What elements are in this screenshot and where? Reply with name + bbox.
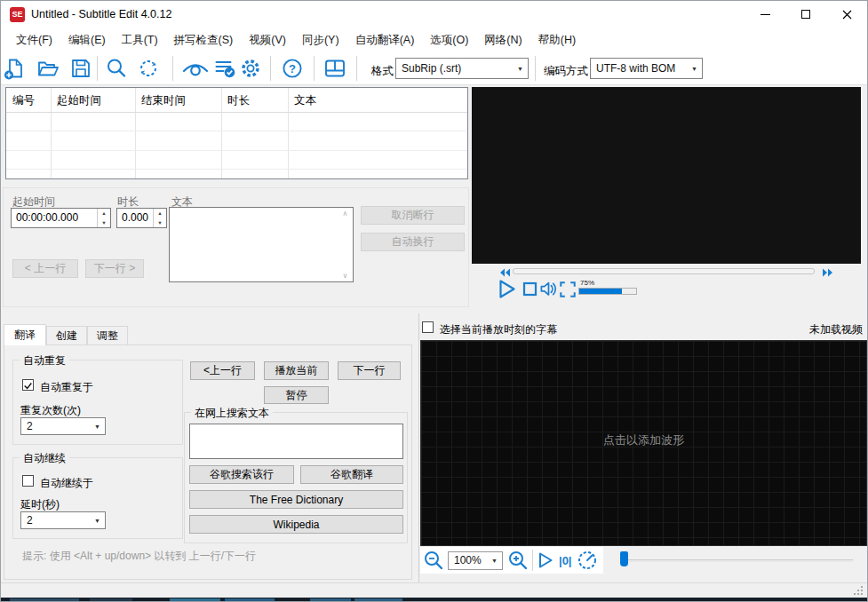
menu-help[interactable]: 帮助(H): [530, 28, 584, 52]
col-text: 文本: [294, 93, 316, 108]
free-dictionary-button[interactable]: The Free Dictionary: [189, 490, 403, 509]
next-line-button[interactable]: 下一行 >: [85, 259, 144, 278]
menu-file[interactable]: 文件(F): [8, 28, 60, 52]
duration-input[interactable]: 0.000 ▲ ▼: [116, 208, 167, 228]
prev-line-button[interactable]: < 上一行: [12, 259, 78, 278]
playback-speed-icon[interactable]: [577, 550, 598, 571]
video-status: 未加载视频: [809, 322, 863, 337]
unbreak-button[interactable]: 取消断行: [361, 206, 465, 225]
window-title: Untitled - Subtitle Edit 4.0.12: [31, 8, 171, 20]
pause-button[interactable]: 暂停: [264, 386, 329, 404]
slider-thumb[interactable]: [620, 551, 628, 566]
menu-spellcheck[interactable]: 拼写检查(S): [166, 28, 242, 52]
settings-gear-icon[interactable]: [239, 57, 262, 80]
toolbar-separator: [535, 56, 536, 81]
close-button[interactable]: [826, 1, 867, 28]
replace-icon[interactable]: [137, 57, 160, 80]
maximize-button[interactable]: [785, 1, 826, 28]
bottom-left-panel: 翻译 创建 调整 自动重复 自动重复于 重复次数(次) 2 ▼ 自动继续 自动继…: [1, 313, 416, 582]
play-current-button[interactable]: 播放当前: [264, 361, 329, 380]
textarea-scrollbar[interactable]: ∧ ∨: [339, 210, 351, 280]
shortcut-hint: 提示: 使用 <Alt + up/down> 以转到 上一行/下一行: [22, 549, 256, 564]
subtitle-text-area[interactable]: ∧ ∨: [169, 207, 354, 282]
minimize-button[interactable]: [745, 1, 785, 28]
find-icon[interactable]: [105, 57, 128, 80]
menu-video[interactable]: 视频(V): [241, 28, 294, 52]
menu-sync[interactable]: 同步(Y): [294, 28, 347, 52]
format-select[interactable]: SubRip (.srt) ▼: [395, 58, 529, 79]
col-number: 编号: [12, 93, 35, 108]
stop-icon[interactable]: [522, 281, 538, 297]
toolbar-separator: [172, 56, 173, 81]
google-translate-button[interactable]: 谷歌翻译: [300, 465, 403, 484]
tab-adjust[interactable]: 调整: [87, 326, 128, 345]
tab-translate[interactable]: 翻译: [4, 324, 46, 345]
spin-up-icon[interactable]: ▲: [98, 209, 110, 218]
zoom-out-icon[interactable]: [423, 550, 444, 571]
chevron-down-icon: ▼: [513, 66, 528, 72]
col-end-time: 结束时间: [141, 93, 186, 108]
repeat-count-select[interactable]: 2 ▼: [20, 417, 106, 435]
scroll-up-icon[interactable]: ∧: [339, 210, 351, 218]
new-file-icon[interactable]: [4, 57, 27, 80]
web-search-input[interactable]: [189, 424, 403, 459]
time-spinner[interactable]: ▲ ▼: [97, 209, 110, 227]
checkmark-icon: [23, 380, 33, 391]
open-file-icon[interactable]: [36, 57, 60, 80]
menu-autotranslate[interactable]: 自动翻译(A): [347, 28, 423, 52]
duration-spinner[interactable]: ▲ ▼: [153, 209, 166, 227]
main-toolbar: ? 格式 SubRip (.srt) ▼ 编码方式 UTF-8 with BOM…: [1, 52, 867, 85]
help-icon[interactable]: ?: [281, 57, 304, 80]
subtitle-list[interactable]: 编号 起始时间 结束时间 时长 文本: [5, 87, 468, 179]
empty-row: [6, 131, 467, 131]
layout-icon[interactable]: [323, 57, 346, 80]
google-search-line-button[interactable]: 谷歌搜索该行: [189, 465, 294, 484]
start-time-input[interactable]: 00:00:00.000 ▲ ▼: [11, 208, 111, 228]
play-icon[interactable]: [497, 279, 517, 299]
tab-create[interactable]: 创建: [46, 326, 87, 345]
auto-continue-checkbox[interactable]: [22, 475, 34, 487]
translate-prev-line-button[interactable]: <上一行: [190, 361, 255, 380]
waveform-panel: 选择当前播放时刻的字幕 未加载视频 点击以添加波形 100% ▼: [418, 313, 868, 582]
delay-label: 延时(秒): [20, 497, 60, 512]
volume-slider[interactable]: 75%: [578, 279, 637, 295]
waveform-position-slider[interactable]: [628, 559, 853, 562]
select-current-subtitle-checkbox[interactable]: [422, 321, 434, 333]
encoding-select[interactable]: UTF-8 with BOM ▼: [590, 58, 703, 79]
menu-tools[interactable]: 工具(T): [114, 28, 166, 52]
menu-network[interactable]: 网络(N): [476, 28, 530, 52]
toolbar-separator: [356, 56, 357, 81]
status-bar: [1, 582, 867, 598]
menu-options[interactable]: 选项(O): [422, 28, 476, 52]
empty-row: [6, 150, 467, 151]
zoom-in-icon[interactable]: [507, 550, 529, 571]
seek-bar[interactable]: [513, 268, 815, 274]
format-label: 格式: [371, 64, 394, 79]
spin-down-icon[interactable]: ▼: [98, 218, 110, 228]
play-from-zero-icon[interactable]: |0|: [559, 554, 572, 567]
volume-icon[interactable]: [539, 280, 558, 298]
seek-back-icon[interactable]: [499, 268, 511, 277]
autobreak-button[interactable]: 自动换行: [361, 233, 465, 251]
menu-edit[interactable]: 编辑(E): [60, 28, 114, 52]
waveform-play-icon[interactable]: [537, 551, 554, 569]
spell-check-icon[interactable]: [213, 57, 236, 80]
visual-sync-icon[interactable]: [181, 57, 210, 80]
auto-repeat-group: 自动重复 自动重复于 重复次数(次) 2 ▼: [12, 360, 183, 445]
scroll-down-icon[interactable]: ∨: [339, 272, 351, 280]
spin-up-icon[interactable]: ▲: [154, 209, 166, 218]
waveform-canvas[interactable]: 点击以添加波形: [420, 340, 867, 546]
spin-down-icon[interactable]: ▼: [154, 218, 166, 228]
translate-next-line-button[interactable]: 下一行: [338, 361, 401, 380]
seek-forward-icon[interactable]: [822, 268, 833, 277]
waveform-zoom-select[interactable]: 100% ▼: [448, 551, 503, 570]
wikipedia-button[interactable]: Wikipedia: [189, 515, 403, 534]
delay-select[interactable]: 2 ▼: [20, 511, 106, 529]
video-player: 75%: [472, 87, 868, 309]
subtitle-edit-window: SE Untitled - Subtitle Edit 4.0.12 文件(F)…: [0, 0, 868, 602]
save-icon[interactable]: [69, 57, 92, 80]
chevron-down-icon: ▼: [90, 518, 105, 524]
resize-grip-icon[interactable]: [854, 586, 864, 596]
auto-repeat-checkbox[interactable]: [22, 379, 34, 391]
fullscreen-icon[interactable]: [559, 281, 577, 298]
